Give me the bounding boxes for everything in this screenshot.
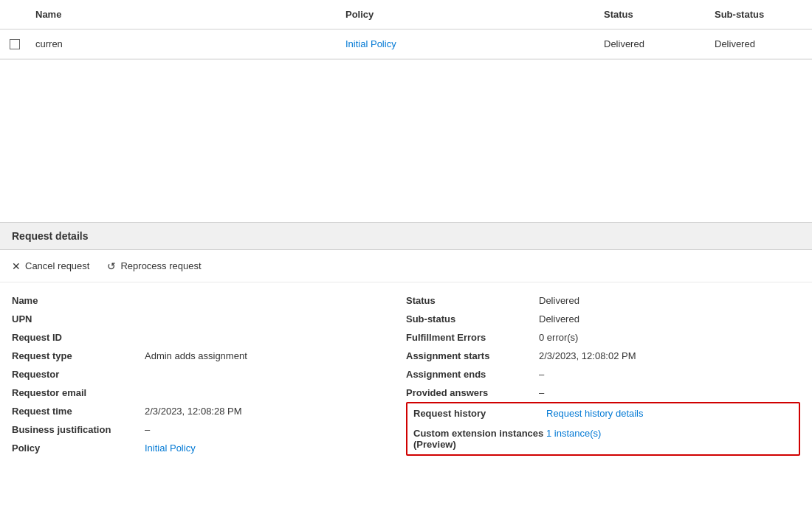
value-provided-answers: –: [539, 387, 800, 398]
request-details-section: Request details ✕ Cancel request ↺ Repro…: [0, 222, 812, 466]
detail-assignment-starts: Assignment starts 2/3/2023, 12:08:02 PM: [406, 347, 800, 365]
detail-status: Status Delivered: [406, 291, 800, 310]
detail-request-time: Request time 2/3/2023, 12:08:28 PM: [12, 402, 406, 420]
label-upn: UPN: [12, 313, 145, 324]
detail-provided-answers: Provided answers –: [406, 384, 800, 402]
cancel-request-button[interactable]: ✕ Cancel request: [12, 257, 89, 274]
col-name: Name: [30, 6, 340, 23]
detail-custom-extension: Custom extension instances (Preview) 1 i…: [407, 423, 799, 454]
label-custom-extension: Custom extension instances (Preview): [413, 428, 546, 450]
reprocess-label: Reprocess request: [120, 260, 201, 271]
actions-bar: ✕ Cancel request ↺ Reprocess request: [0, 250, 812, 282]
label-provided-answers: Provided answers: [406, 387, 539, 398]
label-status: Status: [406, 295, 539, 306]
assignment-table: Name Policy Status Sub-status curren Ini…: [0, 0, 812, 60]
value-request-history[interactable]: Request history details: [546, 408, 793, 419]
detail-request-id: Request ID: [12, 328, 406, 347]
label-requestor: Requestor: [12, 369, 145, 380]
value-fulfillment-errors: 0 error(s): [539, 332, 800, 343]
label-sub-status: Sub-status: [406, 313, 539, 324]
empty-space: [0, 60, 812, 222]
col-substatus: Sub-status: [709, 6, 812, 23]
detail-requestor-email: Requestor email: [12, 384, 406, 402]
policy-detail-link[interactable]: Initial Policy: [145, 442, 196, 454]
label-business-justification: Business justification: [12, 424, 145, 435]
request-details-header: Request details: [0, 223, 812, 250]
label-assignment-ends: Assignment ends: [406, 369, 539, 380]
row-name: curren: [30, 35, 340, 52]
value-custom-extension[interactable]: 1 instance(s): [546, 428, 793, 439]
detail-upn: UPN: [12, 310, 406, 328]
highlighted-details-box: Request history Request history details …: [406, 402, 800, 456]
label-fulfillment-errors: Fulfillment Errors: [406, 332, 539, 343]
detail-request-type: Request type Admin adds assignment: [12, 347, 406, 365]
cancel-icon: ✕: [12, 261, 21, 271]
row-checkbox[interactable]: [10, 39, 20, 49]
label-request-id: Request ID: [12, 332, 145, 343]
policy-link[interactable]: Initial Policy: [345, 38, 396, 49]
col-checkbox: [0, 6, 30, 23]
value-policy[interactable]: Initial Policy: [145, 442, 406, 454]
table-header: Name Policy Status Sub-status: [0, 0, 812, 30]
detail-requestor: Requestor: [12, 365, 406, 384]
row-substatus: Delivered: [709, 35, 812, 52]
value-request-type: Admin adds assignment: [145, 350, 406, 361]
detail-fulfillment-errors: Fulfillment Errors 0 error(s): [406, 328, 800, 347]
request-history-link[interactable]: Request history details: [546, 408, 644, 419]
value-assignment-ends: –: [539, 369, 800, 380]
detail-assignment-ends: Assignment ends –: [406, 365, 800, 384]
value-assignment-starts: 2/3/2023, 12:08:02 PM: [539, 350, 800, 361]
row-checkbox-cell[interactable]: [0, 36, 30, 52]
reprocess-icon: ↺: [107, 261, 116, 271]
value-status: Delivered: [539, 295, 800, 306]
col-policy: Policy: [340, 6, 598, 23]
value-sub-status: Delivered: [539, 313, 800, 324]
request-details-title: Request details: [12, 230, 88, 242]
value-business-justification: –: [145, 424, 406, 435]
details-right: Status Delivered Sub-status Delivered Fu…: [406, 291, 800, 457]
details-left: Name UPN Request ID Request type Admin a…: [12, 291, 406, 457]
reprocess-request-button[interactable]: ↺ Reprocess request: [107, 257, 201, 274]
label-requestor-email: Requestor email: [12, 387, 145, 398]
value-request-time: 2/3/2023, 12:08:28 PM: [145, 406, 406, 417]
table-row: curren Initial Policy Delivered Delivere…: [0, 30, 812, 59]
cancel-label: Cancel request: [25, 260, 89, 271]
label-request-type: Request type: [12, 350, 145, 361]
detail-policy: Policy Initial Policy: [12, 439, 406, 457]
label-policy: Policy: [12, 442, 145, 454]
label-request-history: Request history: [413, 408, 546, 419]
detail-business-justification: Business justification –: [12, 420, 406, 439]
col-status: Status: [598, 6, 709, 23]
label-name: Name: [12, 295, 145, 306]
detail-sub-status: Sub-status Delivered: [406, 310, 800, 328]
detail-request-history: Request history Request history details: [407, 403, 799, 423]
custom-extension-link[interactable]: 1 instance(s): [546, 428, 601, 439]
details-grid: Name UPN Request ID Request type Admin a…: [0, 282, 812, 466]
row-policy[interactable]: Initial Policy: [340, 35, 598, 52]
label-request-time: Request time: [12, 406, 145, 417]
label-assignment-starts: Assignment starts: [406, 350, 539, 361]
detail-name: Name: [12, 291, 406, 310]
row-status: Delivered: [598, 35, 709, 52]
